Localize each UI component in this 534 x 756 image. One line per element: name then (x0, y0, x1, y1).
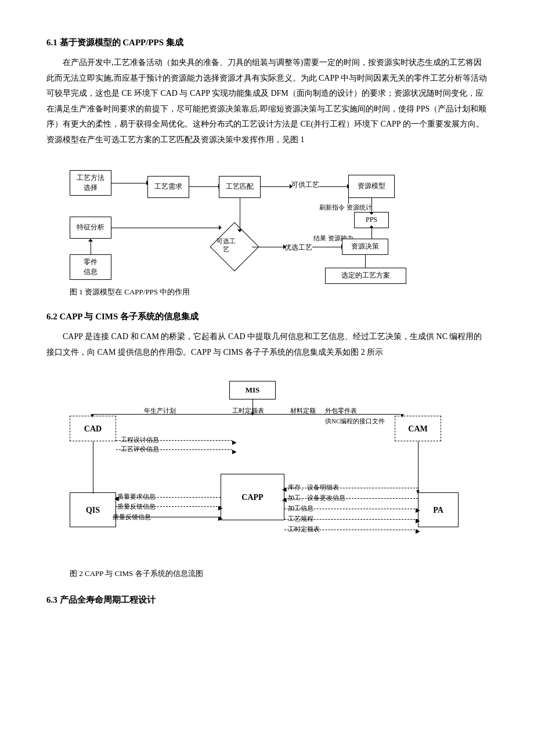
arrow-v1 (371, 198, 372, 212)
arr-jiagong-gx-l: ◀ (282, 495, 287, 505)
diagram2-container: MIS CAD CAM ▼ ▼ 年生产计划 工时定额表 材料定额 外包零件表 供… (46, 370, 488, 580)
box-mis: MIS (229, 381, 276, 399)
section-62-title: 6.2 CAPP 与 CIMS 各子系统的信息集成 (46, 309, 488, 325)
arrow8 (240, 198, 240, 229)
text-youxuan: 优选工艺 (284, 242, 312, 254)
label-jiagong-xx: 加工信息 (288, 503, 313, 514)
label-jiagong-gx: 加工、设备更改信息 (288, 492, 345, 504)
diamond-label: 可选工艺 (217, 237, 236, 254)
box-xuanding: 选定的工艺方案 (325, 268, 406, 284)
box-lingjian: 零件信息 (70, 254, 111, 280)
label-nc: 供NC编程的接口文件 (325, 416, 385, 427)
arrow4 (319, 186, 347, 187)
section-62-para1: CAPP 是连接 CAD 和 CAM 的桥梁，它起着从 CAD 中提取几何信息和… (46, 329, 488, 360)
box-ziyuan-juece: 资源决策 (342, 239, 388, 255)
fig1-caption: 图 1 资源模型在 CAPP/PPS 中的作用 (70, 285, 190, 298)
box-qis: QIS (70, 492, 116, 527)
label-zhiliang-fk2: 质量反馈信息 (113, 512, 151, 523)
label-nian: 年生产计划 (144, 405, 176, 417)
arrowhead-to-cam: ▼ (399, 411, 405, 421)
arrow7 (365, 255, 366, 268)
label-gongyi-gc: 工艺规程 (288, 513, 313, 525)
box-capp: CAPP (221, 474, 284, 520)
box-tezheng: 特征分析 (70, 217, 111, 239)
section-63-title: 6.3 产品全寿命周期工程设计 (46, 592, 488, 608)
diagram1: 工艺方法选择 特征分析 零件信息 工艺需求 工艺匹配 可供工艺 资源模型 刷新指… (70, 164, 464, 280)
arrow-v3 (348, 198, 349, 204)
arrowhead-to-cad: ▼ (89, 411, 95, 421)
label-kucun: 库存、设备明细表 (288, 482, 339, 494)
label-gongshi2: 工时定额表 (288, 524, 320, 535)
box-gongyi-fangfa: 工艺方法选择 (70, 170, 111, 196)
text-kegong: 可供工艺 (291, 179, 319, 192)
arr-zhiliang-fk1-r: ▶ (218, 503, 223, 513)
arrow-cam-down (418, 441, 418, 492)
box-gongyi-xuqiu: 工艺需求 (147, 176, 189, 198)
arrow10 (91, 242, 91, 254)
diagram1-container: 工艺方法选择 特征分析 零件信息 工艺需求 工艺匹配 可供工艺 资源模型 刷新指… (46, 159, 488, 298)
diagram2: MIS CAD CAM ▼ ▼ 年生产计划 工时定额表 材料定额 外包零件表 供… (58, 376, 476, 562)
arr-kucun-l: ◀ (282, 484, 287, 495)
arrow9 (111, 228, 219, 228)
arrow-cad-down (93, 441, 93, 494)
arrow6 (312, 247, 341, 247)
arrow2 (189, 186, 218, 187)
label-zhiliang-fk1: 质量反馈信息 (117, 501, 156, 513)
label-gongyi-pingjia: 工艺评价信息 (121, 444, 159, 455)
arrow3 (261, 186, 290, 187)
fig2-caption: 图 2 CAPP 与 CIMS 各子系统的信息流图 (70, 567, 203, 580)
arr-jiagong-xx-r: ▶ (416, 505, 420, 516)
label-cailiao: 材料定额 (290, 405, 316, 417)
arrow1 (111, 183, 146, 183)
section-61-title: 6.1 基于资源模型的 CAPP/PPS 集成 (46, 35, 488, 51)
box-pa: PA (418, 492, 459, 527)
arrow5 (252, 247, 283, 247)
section-61-para1: 在产品开发中,工艺准备活动（如夹具的准备、刀具的组装与调整等)需要一定的时间，按… (46, 55, 488, 148)
arr-gongyi-gc-r: ▶ (416, 516, 420, 526)
box-ziyuan-moxing: 资源模型 (348, 175, 395, 198)
section-62: 6.2 CAPP 与 CIMS 各子系统的信息集成 CAPP 是连接 CAD 和… (46, 309, 488, 360)
section-63: 6.3 产品全寿命周期工程设计 (46, 592, 488, 608)
box-gongyi-pipei: 工艺匹配 (219, 176, 261, 198)
arr-gongshi2-r: ▶ (416, 526, 420, 537)
label-gongshi: 工时定额表 (232, 405, 264, 417)
section-61: 6.1 基于资源模型的 CAPP/PPS 集成 在产品开发中,工艺准备活动（如夹… (46, 35, 488, 148)
arr-zhiliang-fk2-r: ▶ (218, 513, 223, 524)
label-waibao: 外包零件表 (325, 405, 357, 417)
